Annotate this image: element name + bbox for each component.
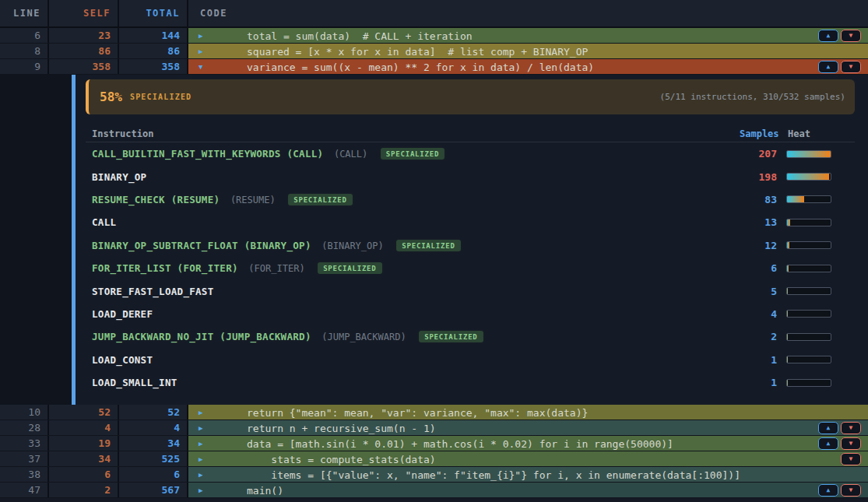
specialization-banner: 58% SPECIALIZED (5/11 instructions, 310/… xyxy=(86,79,855,114)
heat-cell xyxy=(786,333,855,341)
header-total-label: TOTAL xyxy=(119,0,187,26)
jump-up-button[interactable]: ▲ xyxy=(818,61,838,73)
heat-cell xyxy=(786,173,855,181)
heat-bar xyxy=(786,379,831,387)
heat-bar-fill xyxy=(787,356,788,363)
instruction-row: STORE_FAST_LOAD_FAST 5 xyxy=(86,279,855,302)
line-number: 37 xyxy=(0,451,47,466)
instruction-sample-count: 2 xyxy=(740,331,786,342)
instruction-name-cell: LOAD_SMALL_INT xyxy=(86,377,740,388)
specialized-label: SPECIALIZED xyxy=(130,93,192,101)
instruction-row: LOAD_CONST 1 xyxy=(86,349,855,371)
code-cell[interactable]: ▶ return {"mean": mean, "var": variance,… xyxy=(188,405,868,420)
jump-up-button[interactable]: ▲ xyxy=(818,437,838,450)
self-samples: 358 xyxy=(49,59,118,74)
heat-cell xyxy=(786,287,855,295)
heat-bar-fill xyxy=(787,380,788,386)
instruction-row: BINARY_OP 198 xyxy=(86,165,855,188)
self-samples: 19 xyxy=(49,436,118,451)
line-number: 28 xyxy=(0,420,47,435)
specialized-badge: SPECIALIZED xyxy=(396,240,460,251)
heat-bar-fill xyxy=(787,151,831,157)
line-detail-panel: 58% SPECIALIZED (5/11 instructions, 310/… xyxy=(0,75,868,405)
code-cell[interactable]: ▶ squared = [x * x for x in data] # list… xyxy=(188,44,868,58)
expand-toggle-icon[interactable]: ▶ xyxy=(199,471,202,479)
expand-toggle-icon[interactable]: ▶ xyxy=(199,409,202,416)
code-cell[interactable]: ▶ stats = compute_stats(data) ▼ xyxy=(188,451,868,466)
code-row: 33 19 34 ▶ data = [math.sin(i * 0.01) + … xyxy=(0,436,868,451)
instruction-row: CALL_BUILTIN_FAST_WITH_KEYWORDS (CALL) (… xyxy=(86,142,855,165)
code-cell[interactable]: ▶ total = sum(data) # CALL + iteration ▲… xyxy=(188,28,868,43)
instruction-name-cell: CALL_BUILTIN_FAST_WITH_KEYWORDS (CALL) (… xyxy=(86,148,740,160)
expand-toggle-icon[interactable]: ▶ xyxy=(199,486,202,494)
instruction-row: LOAD_DEREF 4 xyxy=(86,303,855,325)
samples-column-label[interactable]: Samples xyxy=(740,128,786,139)
instruction-sample-count: 13 xyxy=(740,216,786,228)
instruction-base-name: (FOR_ITER) xyxy=(248,263,304,274)
jump-down-button[interactable]: ▼ xyxy=(841,453,861,465)
code-rows-bottom: 10 52 52 ▶ return {"mean": mean, "var": … xyxy=(0,405,868,498)
instruction-sample-count: 4 xyxy=(740,308,786,320)
instruction-name: BINARY_OP xyxy=(92,171,146,183)
source-code-text: stats = compute_stats(data) xyxy=(247,453,436,465)
instruction-name-cell: STORE_FAST_LOAD_FAST xyxy=(86,286,740,297)
panel-left-gutter xyxy=(0,75,72,405)
self-samples: 86 xyxy=(49,44,118,58)
instruction-sample-count: 198 xyxy=(740,171,786,183)
instruction-name-cell: LOAD_CONST xyxy=(86,354,740,366)
jump-up-button[interactable]: ▲ xyxy=(818,30,838,42)
code-cell[interactable]: ▶ data = [math.sin(i * 0.01) + math.cos(… xyxy=(188,436,868,451)
expand-toggle-icon[interactable]: ▶ xyxy=(199,440,202,448)
heat-bar xyxy=(786,219,831,226)
instruction-name: RESUME_CHECK (RESUME) xyxy=(92,194,220,205)
jump-up-button[interactable]: ▲ xyxy=(818,484,838,497)
panel-content: 58% SPECIALIZED (5/11 instructions, 310/… xyxy=(76,75,868,405)
code-cell[interactable]: ▶ return n + recursive_sum(n - 1) ▲▼ xyxy=(188,420,868,435)
total-samples: 52 xyxy=(119,405,187,420)
expand-toggle-icon[interactable]: ▼ xyxy=(199,63,202,71)
specialized-badge: SPECIALIZED xyxy=(288,194,352,205)
heat-bar-fill xyxy=(787,219,790,226)
code-cell[interactable]: ▶ items = [{"value": x, "name": f"item_{… xyxy=(188,467,868,482)
line-number: 33 xyxy=(0,436,47,451)
expand-toggle-icon[interactable]: ▶ xyxy=(199,424,202,432)
instruction-row: JUMP_BACKWARD_NO_JIT (JUMP_BACKWARD) (JU… xyxy=(86,325,855,348)
line-number: 6 xyxy=(0,28,47,43)
heat-bar-fill xyxy=(787,196,804,202)
instruction-column-label: Instruction xyxy=(86,128,740,139)
instruction-sample-count: 12 xyxy=(740,240,786,251)
total-samples: 86 xyxy=(119,44,187,58)
header-self-label: SELF xyxy=(49,0,118,26)
instruction-sample-count: 1 xyxy=(740,377,786,388)
expand-toggle-icon[interactable]: ▶ xyxy=(199,455,202,463)
instruction-sample-count: 5 xyxy=(740,286,786,297)
self-samples: 34 xyxy=(49,451,118,466)
source-code-text: return {"mean": mean, "var": variance, "… xyxy=(247,406,588,418)
expand-toggle-icon[interactable]: ▶ xyxy=(199,32,202,40)
instruction-name-cell: FOR_ITER_LIST (FOR_ITER) (FOR_ITER) SPEC… xyxy=(86,262,740,274)
instruction-base-name: (JUMP_BACKWARD) xyxy=(322,332,406,342)
jump-down-button[interactable]: ▼ xyxy=(841,61,861,73)
total-samples: 34 xyxy=(119,436,187,451)
specialized-badge: SPECIALIZED xyxy=(419,331,483,342)
expand-toggle-icon[interactable]: ▶ xyxy=(199,47,202,55)
line-number: 47 xyxy=(0,483,47,497)
instruction-name-cell: BINARY_OP_SUBTRACT_FLOAT (BINARY_OP) (BI… xyxy=(86,240,740,251)
self-samples: 52 xyxy=(49,405,118,420)
heat-bar xyxy=(786,333,831,341)
code-cell[interactable]: ▼ variance = sum((x - mean) ** 2 for x i… xyxy=(188,59,868,74)
jump-up-button[interactable]: ▲ xyxy=(818,422,838,434)
instruction-name: LOAD_CONST xyxy=(92,354,153,366)
header-code-label: CODE xyxy=(188,0,868,26)
self-samples: 2 xyxy=(49,483,118,497)
jump-down-button[interactable]: ▼ xyxy=(841,30,861,42)
jump-down-button[interactable]: ▼ xyxy=(841,422,861,434)
jump-down-button[interactable]: ▼ xyxy=(841,484,861,497)
source-code-text: variance = sum((x - mean) ** 2 for x in … xyxy=(247,61,594,72)
code-cell[interactable]: ▶ main() ▲▼ xyxy=(188,483,868,497)
jump-down-button[interactable]: ▼ xyxy=(841,437,861,450)
instruction-row: RESUME_CHECK (RESUME) (RESUME) SPECIALIZ… xyxy=(86,188,855,211)
instruction-name: CALL_BUILTIN_FAST_WITH_KEYWORDS (CALL) xyxy=(92,148,323,160)
source-code-text: main() xyxy=(247,484,283,496)
instruction-name: LOAD_DEREF xyxy=(92,308,153,320)
